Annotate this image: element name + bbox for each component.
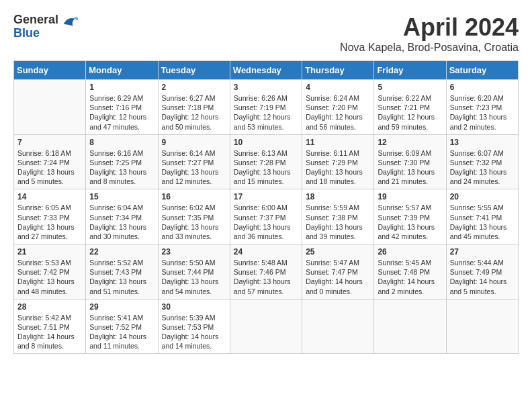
day-info: Sunrise: 6:24 AMSunset: 7:20 PMDaylight:… <box>306 93 370 132</box>
calendar-cell <box>230 299 302 354</box>
day-info: Sunrise: 6:04 AMSunset: 7:34 PMDaylight:… <box>89 203 154 241</box>
calendar-cell: 16Sunrise: 6:02 AMSunset: 7:35 PMDayligh… <box>158 189 230 244</box>
day-number: 29 <box>89 302 154 312</box>
title-area: April 2024 Nova Kapela, Brod-Posavina, C… <box>340 13 519 54</box>
day-number: 12 <box>378 138 442 147</box>
col-thursday: Thursday <box>302 61 374 80</box>
day-info: Sunrise: 6:16 AMSunset: 7:25 PMDaylight:… <box>89 148 154 187</box>
calendar-cell: 26Sunrise: 5:45 AMSunset: 7:48 PMDayligh… <box>374 244 446 300</box>
day-number: 17 <box>234 192 298 201</box>
logo-bird-icon <box>60 15 79 34</box>
calendar-cell: 4Sunrise: 6:24 AMSunset: 7:20 PMDaylight… <box>302 80 374 135</box>
day-number: 19 <box>378 192 442 201</box>
day-number: 7 <box>17 138 82 147</box>
calendar-cell: 28Sunrise: 5:42 AMSunset: 7:51 PMDayligh… <box>14 299 86 354</box>
day-info: Sunrise: 5:55 AMSunset: 7:41 PMDaylight:… <box>450 203 515 241</box>
calendar-cell: 22Sunrise: 5:52 AMSunset: 7:43 PMDayligh… <box>86 244 158 300</box>
calendar-cell: 25Sunrise: 5:47 AMSunset: 7:47 PMDayligh… <box>302 244 374 300</box>
day-info: Sunrise: 5:52 AMSunset: 7:43 PMDaylight:… <box>89 258 154 296</box>
calendar-table: Sunday Monday Tuesday Wednesday Thursday… <box>13 60 519 354</box>
day-info: Sunrise: 5:50 AMSunset: 7:44 PMDaylight:… <box>162 258 226 296</box>
day-info: Sunrise: 5:39 AMSunset: 7:53 PMDaylight:… <box>162 313 226 351</box>
calendar-cell: 9Sunrise: 6:14 AMSunset: 7:27 PMDaylight… <box>158 134 230 189</box>
day-number: 24 <box>234 247 298 257</box>
day-info: Sunrise: 6:09 AMSunset: 7:30 PMDaylight:… <box>378 148 442 187</box>
calendar-cell: 17Sunrise: 6:00 AMSunset: 7:37 PMDayligh… <box>230 189 302 244</box>
day-info: Sunrise: 6:07 AMSunset: 7:32 PMDaylight:… <box>450 148 515 187</box>
day-number: 27 <box>450 247 515 257</box>
col-monday: Monday <box>86 61 158 80</box>
calendar-cell: 27Sunrise: 5:44 AMSunset: 7:49 PMDayligh… <box>446 244 518 300</box>
day-info: Sunrise: 6:20 AMSunset: 7:23 PMDaylight:… <box>450 93 515 132</box>
calendar-week-1: 1Sunrise: 6:29 AMSunset: 7:16 PMDaylight… <box>14 80 519 135</box>
calendar-cell: 10Sunrise: 6:13 AMSunset: 7:28 PMDayligh… <box>230 134 302 189</box>
logo-blue-text: Blue <box>13 27 58 40</box>
header-row: Sunday Monday Tuesday Wednesday Thursday… <box>14 61 519 80</box>
day-info: Sunrise: 6:02 AMSunset: 7:35 PMDaylight:… <box>162 203 226 241</box>
day-info: Sunrise: 6:11 AMSunset: 7:29 PMDaylight:… <box>306 148 370 187</box>
day-info: Sunrise: 6:29 AMSunset: 7:16 PMDaylight:… <box>89 93 154 132</box>
calendar-cell: 20Sunrise: 5:55 AMSunset: 7:41 PMDayligh… <box>446 189 518 244</box>
day-number: 6 <box>450 83 515 92</box>
calendar-cell: 1Sunrise: 6:29 AMSunset: 7:16 PMDaylight… <box>86 80 158 135</box>
calendar-week-2: 7Sunrise: 6:18 AMSunset: 7:24 PMDaylight… <box>14 134 519 189</box>
day-info: Sunrise: 5:57 AMSunset: 7:39 PMDaylight:… <box>378 203 442 241</box>
calendar-week-5: 28Sunrise: 5:42 AMSunset: 7:51 PMDayligh… <box>14 299 519 354</box>
calendar-cell: 6Sunrise: 6:20 AMSunset: 7:23 PMDaylight… <box>446 80 518 135</box>
day-number: 28 <box>17 302 82 312</box>
calendar-cell: 14Sunrise: 6:05 AMSunset: 7:33 PMDayligh… <box>14 189 86 244</box>
calendar-cell: 2Sunrise: 6:27 AMSunset: 7:18 PMDaylight… <box>158 80 230 135</box>
col-friday: Friday <box>374 61 446 80</box>
calendar-week-4: 21Sunrise: 5:53 AMSunset: 7:42 PMDayligh… <box>14 244 519 300</box>
day-info: Sunrise: 5:48 AMSunset: 7:46 PMDaylight:… <box>234 258 298 296</box>
day-number: 15 <box>89 192 154 201</box>
logo: General Blue <box>13 13 79 40</box>
day-info: Sunrise: 5:53 AMSunset: 7:42 PMDaylight:… <box>17 258 82 296</box>
calendar-cell: 23Sunrise: 5:50 AMSunset: 7:44 PMDayligh… <box>158 244 230 300</box>
day-number: 11 <box>306 138 370 147</box>
day-number: 18 <box>306 192 370 201</box>
day-number: 13 <box>450 138 515 147</box>
header: General Blue April 2024 Nova Kapela, Bro… <box>13 13 519 54</box>
day-info: Sunrise: 5:59 AMSunset: 7:38 PMDaylight:… <box>306 203 370 241</box>
col-wednesday: Wednesday <box>230 61 302 80</box>
day-number: 26 <box>378 247 442 257</box>
month-title: April 2024 <box>340 13 519 42</box>
day-info: Sunrise: 6:18 AMSunset: 7:24 PMDaylight:… <box>17 148 82 187</box>
day-number: 1 <box>89 83 154 92</box>
calendar-cell: 18Sunrise: 5:59 AMSunset: 7:38 PMDayligh… <box>302 189 374 244</box>
day-info: Sunrise: 6:14 AMSunset: 7:27 PMDaylight:… <box>162 148 226 187</box>
col-sunday: Sunday <box>14 61 86 80</box>
calendar-cell: 21Sunrise: 5:53 AMSunset: 7:42 PMDayligh… <box>14 244 86 300</box>
calendar-cell: 29Sunrise: 5:41 AMSunset: 7:52 PMDayligh… <box>86 299 158 354</box>
day-number: 23 <box>162 247 226 257</box>
day-info: Sunrise: 5:47 AMSunset: 7:47 PMDaylight:… <box>306 258 370 296</box>
calendar-cell <box>14 80 86 135</box>
location-title: Nova Kapela, Brod-Posavina, Croatia <box>340 42 519 54</box>
logo-general-text: General <box>13 13 58 27</box>
day-number: 22 <box>89 247 154 257</box>
day-number: 10 <box>234 138 298 147</box>
calendar-week-3: 14Sunrise: 6:05 AMSunset: 7:33 PMDayligh… <box>14 189 519 244</box>
day-number: 9 <box>162 138 226 147</box>
day-number: 25 <box>306 247 370 257</box>
calendar-header: Sunday Monday Tuesday Wednesday Thursday… <box>14 61 519 80</box>
calendar-cell <box>374 299 446 354</box>
day-number: 4 <box>306 83 370 92</box>
calendar-cell: 12Sunrise: 6:09 AMSunset: 7:30 PMDayligh… <box>374 134 446 189</box>
calendar-cell: 13Sunrise: 6:07 AMSunset: 7:32 PMDayligh… <box>446 134 518 189</box>
day-info: Sunrise: 6:22 AMSunset: 7:21 PMDaylight:… <box>378 93 442 132</box>
day-info: Sunrise: 6:26 AMSunset: 7:19 PMDaylight:… <box>234 93 298 132</box>
col-saturday: Saturday <box>446 61 518 80</box>
day-info: Sunrise: 5:44 AMSunset: 7:49 PMDaylight:… <box>450 258 515 296</box>
calendar-cell: 24Sunrise: 5:48 AMSunset: 7:46 PMDayligh… <box>230 244 302 300</box>
col-tuesday: Tuesday <box>158 61 230 80</box>
day-number: 14 <box>17 192 82 201</box>
day-number: 20 <box>450 192 515 201</box>
day-info: Sunrise: 5:42 AMSunset: 7:51 PMDaylight:… <box>17 313 82 351</box>
calendar-cell: 7Sunrise: 6:18 AMSunset: 7:24 PMDaylight… <box>14 134 86 189</box>
day-info: Sunrise: 5:41 AMSunset: 7:52 PMDaylight:… <box>89 313 154 351</box>
day-info: Sunrise: 5:45 AMSunset: 7:48 PMDaylight:… <box>378 258 442 296</box>
day-number: 5 <box>378 83 442 92</box>
calendar-cell: 30Sunrise: 5:39 AMSunset: 7:53 PMDayligh… <box>158 299 230 354</box>
